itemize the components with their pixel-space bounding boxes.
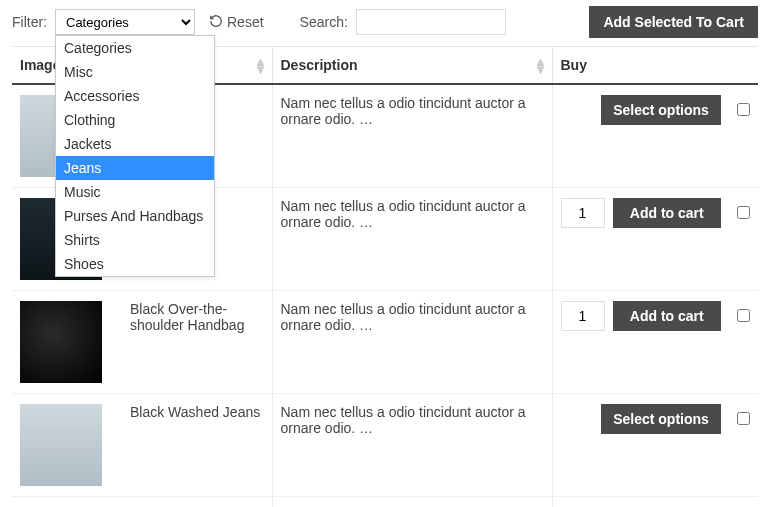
- filter-label: Filter:: [12, 14, 47, 30]
- sort-icon: ▴▾: [537, 57, 544, 74]
- product-thumbnail[interactable]: [20, 404, 102, 486]
- product-description: Nam nec tellus a odio tincidunt auctor a…: [272, 84, 552, 188]
- column-header-buy: Buy: [552, 47, 758, 85]
- column-header-buy-label: Buy: [561, 57, 587, 73]
- category-dropdown[interactable]: CategoriesMiscAccessoriesClothingJackets…: [55, 35, 215, 277]
- quantity-input[interactable]: [561, 301, 605, 331]
- table-row: Black Over-the-shoulder HandbagNam nec t…: [12, 291, 758, 394]
- product-name: Black Over-the-shoulder Handbag: [122, 291, 272, 394]
- category-option[interactable]: Jeans: [56, 156, 214, 180]
- category-option[interactable]: Shoes: [56, 252, 214, 276]
- product-description: Nam nec tellus a odio tincidunt auctor a…: [272, 497, 552, 508]
- product-thumbnail[interactable]: [20, 301, 102, 383]
- sort-icon: ▴▾: [257, 57, 264, 74]
- table-row: Black Washed JeansNam nec tellus a odio …: [12, 394, 758, 497]
- reset-button[interactable]: Reset: [209, 14, 264, 31]
- column-header-description[interactable]: Description ▴▾: [272, 47, 552, 85]
- product-description: Nam nec tellus a odio tincidunt auctor a…: [272, 188, 552, 291]
- select-options-button[interactable]: Select options: [601, 95, 721, 125]
- category-option[interactable]: Music: [56, 180, 214, 204]
- add-to-cart-button[interactable]: Add to cart: [613, 301, 722, 331]
- search-label: Search:: [300, 14, 348, 30]
- category-option[interactable]: Accessories: [56, 84, 214, 108]
- undo-icon: [209, 14, 223, 31]
- table-row: Blue Denim JeansNam nec tellus a odio ti…: [12, 497, 758, 508]
- category-option[interactable]: Categories: [56, 36, 214, 60]
- product-description: Nam nec tellus a odio tincidunt auctor a…: [272, 394, 552, 497]
- category-option[interactable]: Clothing: [56, 108, 214, 132]
- category-option[interactable]: Shirts: [56, 228, 214, 252]
- row-select-checkbox[interactable]: [737, 103, 750, 116]
- row-select-checkbox[interactable]: [737, 206, 750, 219]
- column-header-description-label: Description: [281, 57, 358, 73]
- category-select[interactable]: Categories: [55, 9, 195, 35]
- row-select-checkbox[interactable]: [737, 309, 750, 322]
- search-input[interactable]: [356, 9, 506, 35]
- category-option[interactable]: Purses And Handbags: [56, 204, 214, 228]
- product-name: Blue Denim Jeans: [122, 497, 272, 508]
- product-description: Nam nec tellus a odio tincidunt auctor a…: [272, 291, 552, 394]
- reset-label: Reset: [227, 14, 264, 30]
- row-select-checkbox[interactable]: [737, 412, 750, 425]
- add-to-cart-button[interactable]: Add to cart: [613, 198, 722, 228]
- quantity-input[interactable]: [561, 198, 605, 228]
- category-option[interactable]: Misc: [56, 60, 214, 84]
- category-option[interactable]: Jackets: [56, 132, 214, 156]
- add-selected-to-cart-button[interactable]: Add Selected To Cart: [589, 6, 758, 38]
- product-name: Black Washed Jeans: [122, 394, 272, 497]
- select-options-button[interactable]: Select options: [601, 404, 721, 434]
